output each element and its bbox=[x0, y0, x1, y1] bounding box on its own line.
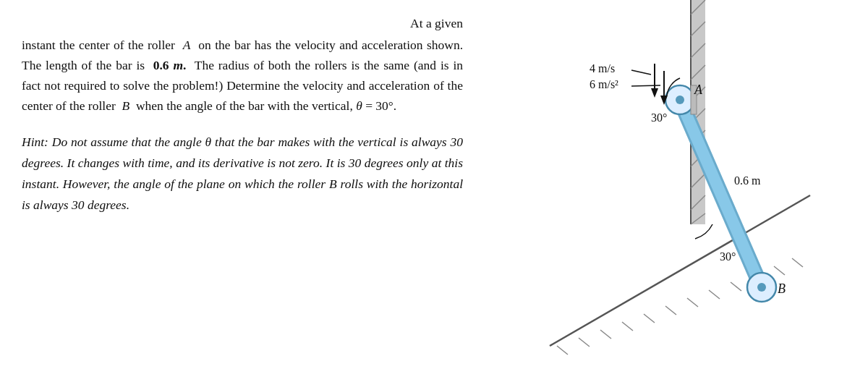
svg-line-20 bbox=[731, 282, 741, 291]
svg-line-23 bbox=[792, 258, 803, 267]
label-arrow-v bbox=[631, 70, 651, 75]
svg-line-13 bbox=[579, 338, 590, 347]
velocity-label: 4 m/s bbox=[590, 62, 615, 75]
floor-line bbox=[550, 195, 810, 346]
bar-length: 0.6 m. bbox=[153, 58, 187, 72]
acceleration-label: 6 m/s² bbox=[590, 78, 618, 90]
roller-b-label: B bbox=[122, 98, 129, 113]
angle-arc-floor bbox=[691, 224, 712, 239]
svg-line-19 bbox=[709, 290, 720, 299]
diagram-section: 4 m/s 6 m/s² A B 30° 30° 0.6 m bbox=[477, 0, 868, 369]
hint-text: Hint: Do not assume that the angle θ tha… bbox=[22, 132, 463, 216]
roller-a-center bbox=[676, 96, 684, 104]
text-section: At a given instant the center of the rol… bbox=[0, 0, 477, 229]
svg-line-17 bbox=[665, 306, 676, 315]
svg-line-12 bbox=[557, 346, 568, 355]
header-line: At a given bbox=[22, 13, 463, 33]
svg-line-18 bbox=[687, 298, 698, 307]
bar-length-label: 0.6 m bbox=[734, 174, 761, 187]
label-a: A bbox=[694, 82, 703, 97]
svg-line-16 bbox=[644, 314, 655, 323]
roller-a-label: A bbox=[183, 38, 191, 52]
roller-b-center bbox=[757, 283, 766, 292]
theta-symbol: θ bbox=[356, 98, 362, 113]
angle-label-bottom: 30° bbox=[720, 250, 736, 263]
svg-line-14 bbox=[600, 330, 611, 339]
problem-text: At a given instant the center of the rol… bbox=[22, 13, 463, 116]
label-b: B bbox=[778, 281, 786, 296]
diagram-svg: 4 m/s 6 m/s² A B 30° 30° 0.6 m bbox=[477, 0, 868, 369]
label-arrow-a bbox=[631, 85, 660, 86]
hint-label: Hint: bbox=[22, 135, 48, 149]
svg-line-22 bbox=[774, 266, 785, 275]
velocity-arrowhead bbox=[651, 88, 658, 98]
svg-line-15 bbox=[622, 322, 633, 331]
angle-label-top: 30° bbox=[651, 111, 667, 124]
